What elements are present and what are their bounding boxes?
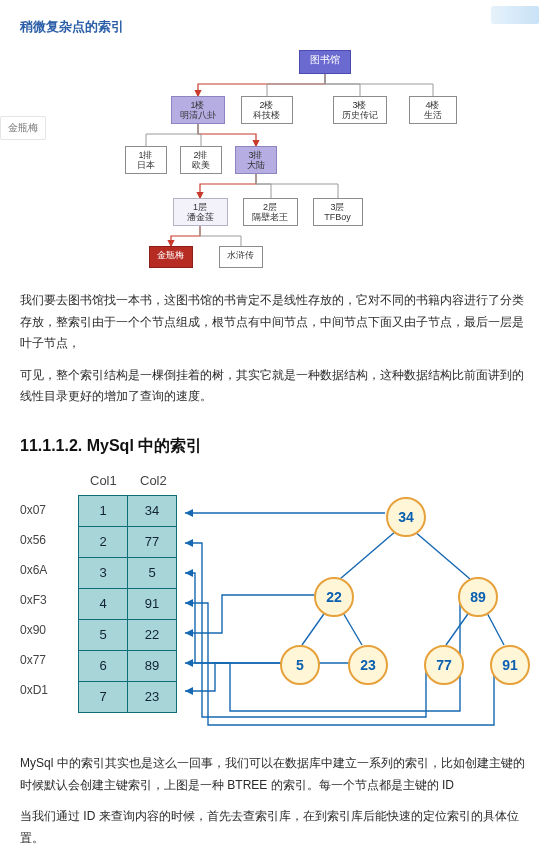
btree-node-5: 5 [280,645,320,685]
tree-floor3: 3楼历史传记 [333,96,387,124]
addr-0: 0x07 [20,503,46,517]
tree-shelf3: 3层TFBoy [313,198,363,226]
diagram-btree: Col1 Col2 0x07 0x56 0x6A 0xF3 0x90 0x77 … [20,473,525,743]
table-row: 277 [79,526,177,557]
tree-row3: 3排大陆 [235,146,277,174]
col1-header: Col1 [90,473,117,488]
decor-top-right [491,6,539,24]
tree-row1: 1排日本 [125,146,167,174]
btree-node-22: 22 [314,577,354,617]
paragraph-4: 当我们通过 ID 来查询内容的时候，首先去查索引库，在到索引库后能快速的定位索引… [20,806,525,849]
paragraph-3: MySql 中的索引其实也是这么一回事，我们可以在数据库中建立一系列的索引，比如… [20,753,525,796]
addr-4: 0x90 [20,623,46,637]
paragraph-1: 我们要去图书馆找一本书，这图书馆的书肯定不是线性存放的，它对不同的书籍内容进行了… [20,290,525,355]
btree-node-34: 34 [386,497,426,537]
tree-floor4: 4楼生活 [409,96,457,124]
diagram-library-tree: 图书馆 1楼明清八卦 2楼科技楼 3楼历史传记 4楼生活 1排日本 2排欧美 3… [63,46,483,276]
svg-line-3 [342,611,362,645]
addr-1: 0x56 [20,533,46,547]
table-row: 723 [79,681,177,712]
heading-mysql-index: 11.1.1.2. MySql 中的索引 [20,436,525,457]
tree-book2: 水浒传 [219,246,263,268]
page: 稍微复杂点的索引 金瓶梅 [0,0,545,857]
tree-floor1: 1楼明清八卦 [171,96,225,124]
svg-line-4 [446,611,470,645]
col2-header: Col2 [140,473,167,488]
tree-shelf2: 2层隔壁老王 [243,198,298,226]
btree-node-23: 23 [348,645,388,685]
paragraph-2: 可见，整个索引结构是一棵倒挂着的树，其实它就是一种数据结构，这种数据结构比前面讲… [20,365,525,408]
section-title: 稍微复杂点的索引 [20,18,525,36]
addr-5: 0x77 [20,653,46,667]
addr-2: 0x6A [20,563,47,577]
svg-line-0 [340,531,396,579]
svg-line-2 [302,611,326,645]
tree-floor2: 2楼科技楼 [241,96,293,124]
addr-3: 0xF3 [20,593,47,607]
btree-node-89: 89 [458,577,498,617]
table-row: 134 [79,495,177,526]
data-table: 134 277 35 491 522 689 723 [78,495,177,713]
svg-line-5 [486,611,504,645]
table-row: 689 [79,650,177,681]
btree-node-77: 77 [424,645,464,685]
table-row: 522 [79,619,177,650]
tree-shelf1: 1层潘金莲 [173,198,228,226]
svg-line-1 [414,531,470,579]
bookmark-label: 金瓶梅 [0,116,46,140]
btree-node-91: 91 [490,645,530,685]
tree-root: 图书馆 [299,50,351,74]
tree-row2: 2排欧美 [180,146,222,174]
table-row: 491 [79,588,177,619]
tree-book1: 金瓶梅 [149,246,193,268]
addr-6: 0xD1 [20,683,48,697]
table-row: 35 [79,557,177,588]
